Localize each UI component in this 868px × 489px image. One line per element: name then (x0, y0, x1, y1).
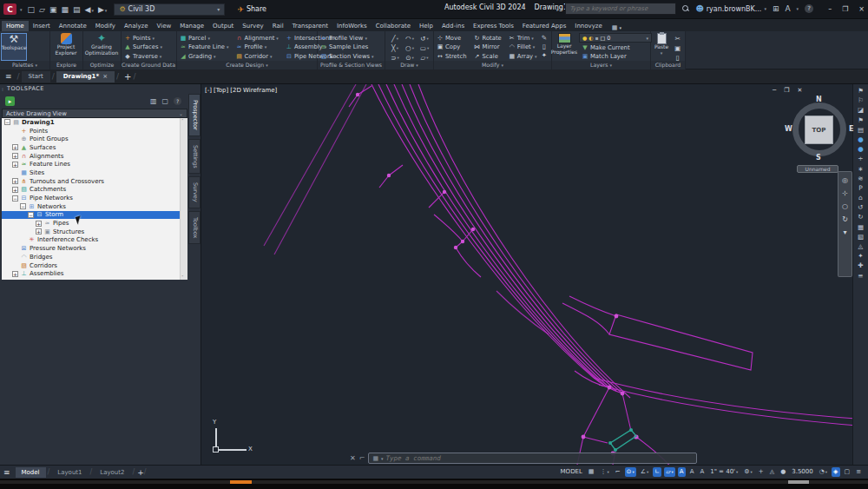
trim-button[interactable]: ✂Trim▾ (506, 34, 540, 43)
recent-commands-icon[interactable]: ▦ (372, 455, 378, 462)
polar-tracking-icon[interactable]: ∠▾ (639, 467, 651, 477)
chevron-down-icon[interactable]: ▾ (797, 6, 799, 11)
vp-minimize-icon[interactable]: ─ (773, 87, 776, 94)
ribbon-tab-annotate[interactable]: Annotate (55, 21, 91, 31)
minimize-button[interactable]: – (828, 5, 832, 13)
ribbon-tab-infoworks[interactable]: InfoWorks (332, 21, 372, 31)
tree-item-alignments[interactable]: +∩Alignments (2, 152, 187, 161)
object-isolation-icon[interactable]: + (757, 467, 766, 477)
tree-item-storm[interactable]: −⊟Storm (2, 211, 187, 220)
close-command-icon[interactable]: ✕ (350, 454, 356, 462)
draw-tool-icon[interactable]: ○▾ (403, 43, 417, 52)
palette-tool-icon[interactable]: ◪ (858, 107, 864, 114)
scale-button[interactable]: ↗Scale (471, 52, 504, 61)
tree-expander-icon[interactable]: + (12, 162, 18, 168)
drawing-linework[interactable] (201, 84, 868, 465)
traverse-button[interactable]: ◆Traverse▾ (122, 52, 176, 61)
toolspace-button[interactable]: ⚒ Toolspace (1, 33, 27, 61)
panel-label-psv[interactable]: Profile & Section Views (318, 61, 385, 69)
tree-item-pipes[interactable]: +≈Pipes (2, 219, 187, 228)
panel-label-clipboard[interactable]: Clipboard (651, 61, 685, 69)
ribbon-tab-rail[interactable]: Rail (268, 21, 288, 31)
isometric-drafting-icon[interactable]: ▱▾ (664, 467, 675, 477)
account-menu[interactable]: ☻ ryan.brownBK... ▾ (695, 4, 766, 13)
annotation-autoscale-icon[interactable]: A (688, 467, 696, 477)
ribbon-tab-survey[interactable]: Survey (238, 21, 267, 31)
layout-tab-model[interactable]: Model (16, 467, 46, 478)
tree-item-corridors[interactable]: ▨Corridors (2, 261, 187, 270)
modify-tool-icon[interactable]: ✦ (542, 51, 547, 59)
vp-restore-icon[interactable]: ❐ (784, 87, 789, 94)
side-tab-prospector[interactable]: Prospector (188, 94, 201, 136)
palette-tool-icon[interactable]: ● (858, 136, 864, 143)
match-layer-button[interactable]: ▣ Match Layer (579, 53, 652, 62)
points-button[interactable]: +Points▾ (122, 34, 176, 43)
expand-search-icon[interactable]: ▸ (556, 6, 559, 12)
help-search[interactable] (565, 3, 676, 15)
units-icon[interactable]: ● (779, 467, 787, 477)
palette-tool-icon[interactable]: ≋ (858, 175, 863, 182)
palette-tool-icon[interactable]: ✦ (858, 253, 863, 260)
viewcube-west[interactable]: W (785, 125, 792, 133)
corridor-button[interactable]: ▤Corridor▾ (233, 52, 281, 61)
side-tab-settings[interactable]: Settings (188, 139, 201, 175)
panel-label-modify[interactable]: Modify ▾ (434, 61, 551, 69)
tree-item-catchments[interactable]: +▧Catchments (2, 186, 187, 195)
tab-start[interactable]: Start (22, 71, 50, 83)
isolate-objects-icon[interactable]: ◔▾ (818, 467, 829, 477)
make-current-button[interactable]: ▼ Make Current (579, 43, 652, 52)
tree-item-assemblies[interactable]: +⊥Assemblies (2, 269, 187, 278)
ribbon-tab-manage[interactable]: Manage (175, 21, 208, 31)
infer-constraints-icon[interactable]: ⌐ (614, 467, 622, 477)
parcel-button[interactable]: ■Parcel▾ (177, 34, 232, 43)
full-navigation-wheel-icon[interactable]: ◎ (842, 176, 848, 184)
tree-expander-icon[interactable]: − (4, 119, 10, 125)
layout-tab-layout2[interactable]: Layout2 (94, 467, 130, 478)
viewport-controls-label[interactable]: [-] (205, 87, 212, 94)
project-explorer-button[interactable]: Project Explorer (51, 33, 81, 61)
palette-tool-icon[interactable]: ≡ (858, 273, 863, 280)
annotation-scale-list-icon[interactable]: A (698, 467, 706, 477)
command-input[interactable] (386, 454, 693, 462)
mirror-button[interactable]: ⋈Mirror (471, 43, 504, 52)
new-drawing-button[interactable]: + (124, 72, 131, 82)
annotation-monitor-icon[interactable]: ◬ (768, 467, 776, 477)
panel-label-ground[interactable]: Create Ground Data ▾ (122, 61, 176, 69)
paste-button[interactable]: Paste ▾ (652, 33, 671, 61)
palette-tool-icon[interactable]: ▤ (858, 127, 864, 134)
tree-expander-icon[interactable]: + (12, 144, 18, 150)
draw-tool-icon[interactable]: ▭▾ (418, 43, 431, 52)
file-tab-menu-icon[interactable]: ≡ (5, 72, 12, 81)
customization-icon[interactable]: ≡ (854, 467, 863, 477)
tree-expander-icon[interactable]: − (20, 203, 26, 209)
profile-button[interactable]: ≈Profile▾ (233, 43, 281, 52)
video-progress-track[interactable] (0, 480, 868, 484)
close-button[interactable]: × (858, 5, 865, 13)
fillet-button[interactable]: ◠Fillet▾ (506, 43, 540, 52)
new-layout-button[interactable]: + (137, 468, 144, 477)
elevation-label[interactable]: 3.5000 (790, 467, 815, 477)
palette-tool-icon[interactable]: ● (858, 146, 864, 153)
redo-icon[interactable]: ▶▾ (98, 5, 107, 14)
ribbon-tab-innovyze[interactable]: Innovyze (570, 21, 607, 31)
layout-menu-icon[interactable]: ≡ (3, 468, 10, 477)
tree-item-networks[interactable]: −⊞Networks (2, 202, 187, 211)
help-icon[interactable]: ? (174, 97, 181, 105)
modify-tool-icon[interactable]: ▯ (542, 43, 547, 50)
ortho-mode-icon[interactable]: ∟ (653, 467, 661, 477)
pan-icon[interactable]: ⊹ (842, 189, 848, 197)
showmotion-icon[interactable]: ▾ (843, 228, 846, 236)
surfaces-button[interactable]: ▲Surfaces▾ (122, 43, 176, 52)
grading-button[interactable]: ◢Grading▾ (177, 52, 232, 61)
hardware-acceleration-icon[interactable]: ◈ (832, 467, 839, 477)
tree-expander-icon[interactable]: + (12, 153, 18, 159)
annotation-visibility-icon[interactable]: A (678, 467, 686, 477)
stretch-button[interactable]: ↔Stretch (434, 52, 470, 61)
ribbon-tab-output[interactable]: Output (208, 21, 238, 31)
tree-expander-icon[interactable]: + (12, 178, 18, 184)
tree-expander-icon[interactable]: − (12, 195, 18, 202)
modify-tool-icon[interactable]: ✎ (542, 34, 547, 42)
panel-label-explore[interactable]: Explore (50, 61, 82, 69)
workspace-switching-icon[interactable]: ⚙▾ (742, 467, 754, 477)
tree-expander-icon[interactable]: + (36, 228, 42, 235)
